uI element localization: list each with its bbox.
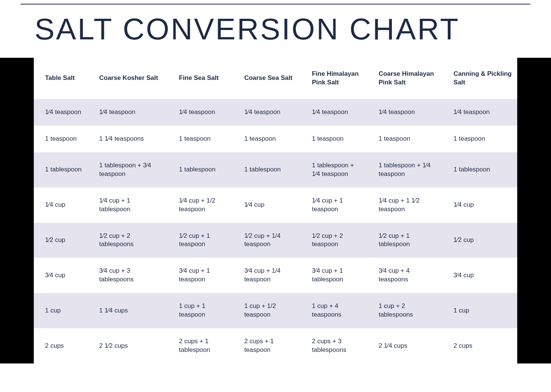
table-cell: 1 1⁄4 teaspoons [88,126,168,152]
column-header: Coarse Kosher Salt [88,58,168,99]
table-cell: 2 cups + 3 tablespoons [301,328,367,363]
table-cell: 1 tablespoon [168,152,233,188]
table-cell: 1⁄4 teaspoon [88,99,168,126]
table-row: 3⁄4 cup3⁄4 cup + 3 tablespoons3⁄4 cup + … [34,258,517,293]
table-cell: 1⁄4 cup [233,188,301,223]
column-header: Table Salt [34,58,88,99]
table-cell: 1⁄4 cup [34,188,88,223]
conversion-table: Table Salt Coarse Kosher Salt Fine Sea S… [34,58,517,363]
table-row: 1⁄2 cup1⁄2 cup + 2 tablespoons1⁄2 cup + … [34,223,517,258]
table-cell: 1 cup + 2 tablespoons [367,293,443,328]
table-cell: 1 cup + 4 teaspoons [301,293,367,328]
table-cell: 1 cup [442,293,517,328]
table-cell: 1⁄4 cup + 1/2 teaspoon [168,188,233,223]
table-cell: 1 cup [34,293,88,328]
table-row: 2 cups2 1⁄2 cups2 cups + 1 tablespoon2 c… [34,328,517,363]
table-cell: 3⁄4 cup + 1/4 teaspoon [233,258,301,293]
table-row: 1 cup1 1⁄4 cups1 cup + 1 teaspoon1 cup +… [34,293,517,328]
table-cell: 3⁄4 cup + 3 tablespoons [88,258,168,293]
table-cell: 1 teaspoon [168,126,233,152]
table-cell: 1 cup + 1/2 teaspoon [233,293,301,328]
table-body: 1⁄4 teaspoon1⁄4 teaspoon1⁄4 teaspoon1⁄4 … [34,99,517,363]
page-title: SALT CONVERSION CHART [0,5,551,58]
column-header: Canning & Pickling Salt [442,58,517,99]
table-row: 1 tablespoon1 tablespoon + 3⁄4 teaspoon1… [34,152,517,188]
table-header-row: Table Salt Coarse Kosher Salt Fine Sea S… [34,58,517,99]
table-cell: 1 tablespoon + 1⁄4 teaspoon [301,152,367,188]
table-cell: 2 cups + 1 teaspoon [233,328,301,363]
table-cell: 2 cups + 1 tablespoon [168,328,233,363]
table-cell: 1⁄2 cup + 2 teaspoon [301,223,367,258]
table-cell: 1 teaspoon [442,126,517,152]
table-cell: 1⁄2 cup + 1/4 teaspoon [233,223,301,258]
table-cell: 1 tablespoon + 3⁄4 teaspoon [88,152,168,188]
column-header: Fine Himalayan Pink Salt [301,58,367,99]
table-cell: 2 cups [34,328,88,363]
table-cell: 3⁄4 cup + 1 tablespoon [301,258,367,293]
table-cell: 1⁄2 cup + 1 tablespoon [367,223,443,258]
table-cell: 1 tablespoon + 1⁄4 teaspoon [367,152,443,188]
table-cell: 1 tablespoon [34,152,88,188]
table-cell: 1⁄2 cup + 1 teaspoon [168,223,233,258]
table-cell: 1⁄2 cup [34,223,88,258]
table-cell: 2 1⁄2 cups [88,328,168,363]
table-cell: 1⁄2 cup [442,223,517,258]
column-header: Fine Sea Salt [168,58,233,99]
column-header: Coarse Sea Salt [233,58,301,99]
table-cell: 1 teaspoon [233,126,301,152]
table-row: 1⁄4 cup1⁄4 cup + 1 tablespoon1⁄4 cup + 1… [34,188,517,223]
table-cell: 3⁄4 cup [442,258,517,293]
table-cell: 1 1⁄4 cups [88,293,168,328]
table-cell: 1 tablespoon [442,152,517,188]
table-cell: 1 teaspoon [301,126,367,152]
table-cell: 1⁄4 teaspoon [168,99,233,126]
table-cell: 1 teaspoon [34,126,88,152]
table-background: Table Salt Coarse Kosher Salt Fine Sea S… [0,58,551,363]
table-cell: 1 tablespoon [233,152,301,188]
table-cell: 1⁄2 cup + 2 tablespoons [88,223,168,258]
table-cell: 3⁄4 cup [34,258,88,293]
table-cell: 2 cups [442,328,517,363]
table-cell: 2 1⁄4 cups [367,328,443,363]
table-cell: 1⁄4 cup + 1 tablespoon [88,188,168,223]
table-cell: 1⁄4 cup + 1 1⁄2 teaspoon [367,188,443,223]
table-cell: 3⁄4 cup + 4 teaspoons [367,258,443,293]
table-cell: 1 teaspoon [367,126,443,152]
table-cell: 1⁄4 teaspoon [34,99,88,126]
table-row: 1 teaspoon1 1⁄4 teaspoons1 teaspoon1 tea… [34,126,517,152]
table-cell: 1⁄4 teaspoon [233,99,301,126]
table-cell: 1⁄4 teaspoon [367,99,443,126]
table-cell: 1 cup + 1 teaspoon [168,293,233,328]
table-cell: 1⁄4 teaspoon [442,99,517,126]
table-cell: 3⁄4 cup + 1 teaspoon [168,258,233,293]
column-header: Coarse Himalayan Pink Salt [367,58,443,99]
table-row: 1⁄4 teaspoon1⁄4 teaspoon1⁄4 teaspoon1⁄4 … [34,99,517,126]
table-cell: 1⁄4 teaspoon [301,99,367,126]
table-cell: 1⁄4 cup + 1 teaspoon [301,188,367,223]
table-cell: 1⁄4 cup [442,188,517,223]
table-card: Table Salt Coarse Kosher Salt Fine Sea S… [34,58,517,363]
